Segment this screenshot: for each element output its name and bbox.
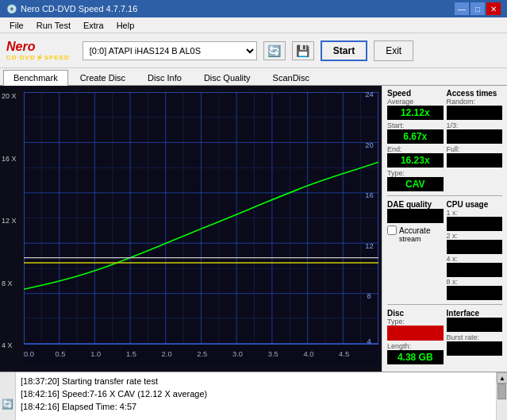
tabs: Benchmark Create Disc Disc Info Disc Qua… bbox=[0, 68, 507, 86]
speed-label: Speed bbox=[387, 89, 444, 98]
title-bar: 💿 Nero CD-DVD Speed 4.7.7.16 — □ ✕ bbox=[0, 0, 507, 17]
cpu-1x-value bbox=[447, 217, 503, 231]
scroll-track[interactable] bbox=[497, 383, 507, 420]
title-bar-controls: — □ ✕ bbox=[455, 2, 501, 15]
drive-select[interactable]: [0:0] ATAPI iHAS124 B AL0S bbox=[83, 41, 257, 60]
menu-file[interactable]: File bbox=[3, 19, 30, 32]
full-value bbox=[447, 153, 503, 168]
y-label-20: 20 X bbox=[2, 92, 17, 100]
log-area: 🔄 [18:37:20] Starting transfer rate test… bbox=[0, 372, 507, 420]
scroll-thumb bbox=[497, 383, 506, 399]
svg-text:0.0: 0.0 bbox=[24, 349, 34, 358]
refresh-button[interactable]: 🔄 bbox=[263, 41, 286, 60]
average-label: Average bbox=[387, 98, 444, 106]
disc-section: Disc Type: DVD-R Length: 4.38 GB bbox=[387, 309, 444, 364]
disc-type-value: DVD-R bbox=[387, 326, 444, 341]
dae-section: DAE quality Accurate stream bbox=[387, 200, 444, 300]
minimize-button[interactable]: — bbox=[455, 2, 469, 15]
svg-text:16: 16 bbox=[365, 191, 373, 199]
tab-create-disc[interactable]: Create Disc bbox=[70, 70, 136, 85]
y-label-4: 4 X bbox=[2, 341, 17, 349]
svg-text:3.5: 3.5 bbox=[268, 349, 278, 358]
svg-text:4.5: 4.5 bbox=[339, 349, 349, 358]
full-label: Full: bbox=[447, 145, 503, 153]
average-value: 12.12x bbox=[387, 106, 444, 120]
disc-type-label: Type: bbox=[387, 318, 444, 326]
cpu-4x-value bbox=[447, 263, 503, 277]
end-value: 16.23x bbox=[387, 153, 444, 168]
separator-2 bbox=[387, 304, 502, 305]
log-icon-area: 🔄 bbox=[0, 372, 16, 420]
access-section: Access times Random: 1/3: Full: bbox=[447, 89, 503, 191]
cpu-1x-label: 1 x: bbox=[447, 209, 503, 217]
cpu-2x-value bbox=[447, 240, 503, 254]
main-content: 20 X 16 X 12 X 8 X 4 X bbox=[0, 86, 507, 372]
accurate-stream-checkbox[interactable] bbox=[387, 225, 397, 235]
cpu-8x-label: 8 x: bbox=[447, 278, 503, 286]
tab-disc-quality[interactable]: Disc Quality bbox=[194, 70, 261, 85]
svg-text:20: 20 bbox=[365, 141, 373, 149]
chart-area: 20 X 16 X 12 X 8 X 4 X bbox=[24, 92, 378, 365]
cpu-2x-label: 2 x: bbox=[447, 232, 503, 240]
access-label: Access times bbox=[447, 89, 503, 98]
save-button[interactable]: 💾 bbox=[292, 41, 314, 60]
y-label-16: 16 X bbox=[2, 155, 17, 163]
one-third-label: 1/3: bbox=[447, 121, 503, 129]
y-label-12: 12 X bbox=[2, 217, 17, 225]
right-panel: Speed Average 12.12x Start: 6.67x End: 1… bbox=[382, 86, 507, 372]
title-bar-title: 💿 Nero CD-DVD Speed 4.7.7.16 bbox=[6, 4, 137, 14]
svg-text:24: 24 bbox=[365, 92, 373, 98]
tab-benchmark[interactable]: Benchmark bbox=[3, 70, 68, 86]
tab-disc-info[interactable]: Disc Info bbox=[137, 70, 192, 85]
close-button[interactable]: ✕ bbox=[486, 2, 501, 15]
logo-area: Nero CD·DVD⚡SPEED bbox=[6, 40, 70, 61]
exit-button[interactable]: Exit bbox=[374, 40, 413, 61]
stream-label: stream bbox=[399, 235, 444, 243]
dae-value bbox=[387, 209, 444, 223]
app-icon: 💿 bbox=[6, 4, 17, 14]
burst-label: Burst rate: bbox=[447, 333, 503, 341]
svg-text:2.0: 2.0 bbox=[162, 349, 172, 358]
svg-text:3.0: 3.0 bbox=[232, 349, 243, 358]
svg-text:0.5: 0.5 bbox=[56, 349, 66, 358]
cpu-label: CPU usage bbox=[447, 200, 503, 209]
y-label-8: 8 X bbox=[2, 279, 17, 287]
window-title: Nero CD-DVD Speed 4.7.7.16 bbox=[21, 4, 137, 13]
menu-extra[interactable]: Extra bbox=[77, 19, 110, 32]
disc-interface-section: Disc Type: DVD-R Length: 4.38 GB Interfa… bbox=[387, 309, 502, 364]
cpu-4x-label: 4 x: bbox=[447, 255, 503, 263]
scroll-up-button[interactable]: ▲ bbox=[497, 372, 507, 383]
interface-section: Interface Burst rate: bbox=[447, 309, 503, 364]
random-label: Random: bbox=[447, 98, 503, 106]
disc-type-section-label: Disc bbox=[387, 309, 444, 318]
interface-label: Interface bbox=[447, 309, 503, 318]
svg-text:2.5: 2.5 bbox=[197, 349, 207, 358]
tab-scan-disc[interactable]: ScanDisc bbox=[263, 70, 320, 85]
random-value bbox=[447, 106, 503, 120]
svg-text:4.0: 4.0 bbox=[303, 349, 313, 358]
svg-text:12: 12 bbox=[365, 241, 373, 250]
menu-help[interactable]: Help bbox=[110, 19, 141, 32]
log-content: [18:37:20] Starting transfer rate test [… bbox=[16, 372, 496, 420]
speed-section: Speed Average 12.12x Start: 6.67x End: 1… bbox=[387, 89, 444, 191]
start-value: 6.67x bbox=[387, 129, 444, 144]
svg-text:8: 8 bbox=[367, 291, 371, 300]
logo-nero: Nero bbox=[6, 40, 35, 54]
menu-run-test[interactable]: Run Test bbox=[30, 19, 77, 32]
type-value: CAV bbox=[387, 177, 444, 191]
log-scrollbar: ▲ ▼ bbox=[496, 372, 507, 420]
menu-bar: File Run Test Extra Help bbox=[0, 17, 507, 33]
svg-text:4: 4 bbox=[367, 337, 371, 345]
accurate-stream-row: Accurate bbox=[387, 225, 444, 235]
start-button[interactable]: Start bbox=[321, 40, 367, 61]
maximize-button[interactable]: □ bbox=[471, 2, 485, 15]
disc-length-label: Length: bbox=[387, 342, 444, 350]
toolbar: Nero CD·DVD⚡SPEED [0:0] ATAPI iHAS124 B … bbox=[0, 33, 507, 68]
separator-1 bbox=[387, 195, 502, 196]
dae-label: DAE quality bbox=[387, 200, 444, 209]
dae-cpu-section: DAE quality Accurate stream CPU usage 1 … bbox=[387, 200, 502, 300]
logo-sub: CD·DVD⚡SPEED bbox=[6, 54, 70, 61]
disc-length-value: 4.38 GB bbox=[387, 350, 444, 364]
chart-container: 20 X 16 X 12 X 8 X 4 X bbox=[0, 86, 382, 372]
type-label: Type: bbox=[387, 169, 444, 177]
